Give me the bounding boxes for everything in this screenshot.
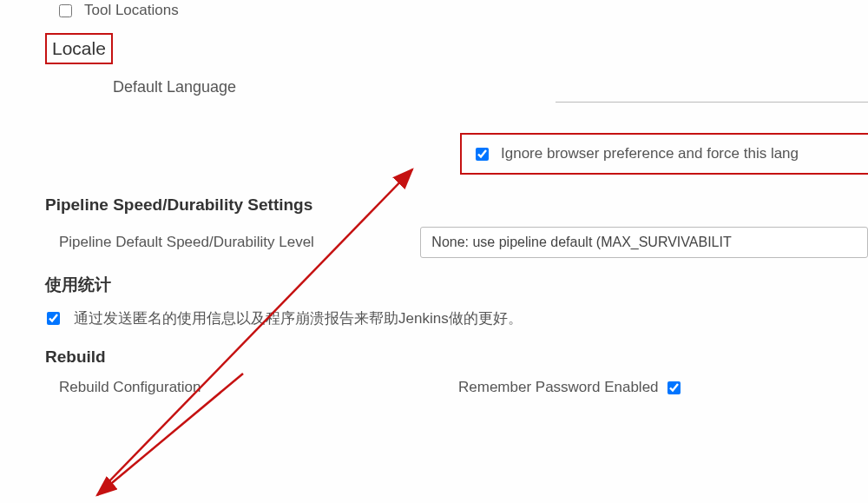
remember-password-checkbox[interactable]: [667, 381, 681, 394]
ignore-browser-checkbox[interactable]: [476, 148, 489, 161]
default-language-input-extension: [556, 71, 868, 103]
usage-stats-label: 通过发送匿名的使用信息以及程序崩溃报告来帮助Jenkins做的更好。: [74, 308, 523, 328]
pipeline-heading: Pipeline Speed/Durability Settings: [45, 195, 868, 215]
pipeline-level-label: Pipeline Default Speed/Durability Level: [59, 234, 420, 251]
usage-stats-heading: 使用统计: [45, 274, 868, 296]
ignore-browser-highlight: Ignore browser preference and force this…: [460, 133, 868, 175]
rebuild-config-label: Rebuild Configuration: [59, 379, 458, 396]
ignore-browser-label: Ignore browser preference and force this…: [501, 145, 799, 162]
default-language-label: Default Language: [113, 78, 236, 96]
usage-stats-checkbox[interactable]: [47, 312, 60, 325]
locale-heading: Locale: [52, 38, 106, 58]
remember-password-label: Remember Password Enabled: [458, 379, 659, 396]
pipeline-level-select[interactable]: [420, 227, 868, 258]
tool-locations-label: Tool Locations: [84, 2, 179, 19]
rebuild-heading: Rebuild: [45, 347, 868, 367]
tool-locations-checkbox[interactable]: [59, 4, 72, 17]
locale-heading-highlight: Locale: [45, 33, 113, 64]
